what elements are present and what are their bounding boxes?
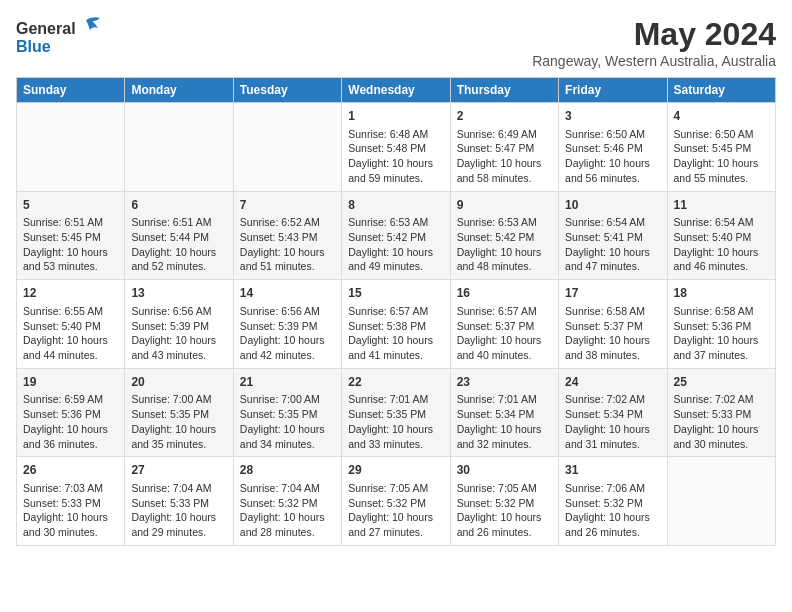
day-info: Sunset: 5:45 PM: [23, 230, 118, 245]
day-number: 7: [240, 197, 335, 214]
day-info: and 43 minutes.: [131, 348, 226, 363]
day-number: 2: [457, 108, 552, 125]
day-info: Sunrise: 6:50 AM: [674, 127, 769, 142]
day-number: 14: [240, 285, 335, 302]
day-info: Sunset: 5:40 PM: [674, 230, 769, 245]
day-cell: [17, 103, 125, 192]
day-info: and 58 minutes.: [457, 171, 552, 186]
day-info: Sunrise: 6:51 AM: [23, 215, 118, 230]
day-info: Daylight: 10 hours: [565, 422, 660, 437]
day-info: and 52 minutes.: [131, 259, 226, 274]
day-info: and 44 minutes.: [23, 348, 118, 363]
day-cell: 7Sunrise: 6:52 AMSunset: 5:43 PMDaylight…: [233, 191, 341, 280]
day-info: and 46 minutes.: [674, 259, 769, 274]
day-info: and 38 minutes.: [565, 348, 660, 363]
week-row-3: 19Sunrise: 6:59 AMSunset: 5:36 PMDayligh…: [17, 368, 776, 457]
day-number: 24: [565, 374, 660, 391]
header-tuesday: Tuesday: [233, 78, 341, 103]
day-info: Daylight: 10 hours: [674, 422, 769, 437]
day-number: 12: [23, 285, 118, 302]
logo-general: General: [16, 20, 76, 38]
header-thursday: Thursday: [450, 78, 558, 103]
day-number: 30: [457, 462, 552, 479]
day-info: Sunset: 5:46 PM: [565, 141, 660, 156]
day-info: Sunrise: 7:01 AM: [457, 392, 552, 407]
day-info: Daylight: 10 hours: [240, 333, 335, 348]
day-number: 13: [131, 285, 226, 302]
day-info: Daylight: 10 hours: [348, 156, 443, 171]
day-info: Sunset: 5:45 PM: [674, 141, 769, 156]
day-info: and 42 minutes.: [240, 348, 335, 363]
day-info: Daylight: 10 hours: [23, 333, 118, 348]
day-info: Daylight: 10 hours: [131, 245, 226, 260]
day-info: Sunrise: 7:05 AM: [348, 481, 443, 496]
day-cell: 12Sunrise: 6:55 AMSunset: 5:40 PMDayligh…: [17, 280, 125, 369]
day-info: Daylight: 10 hours: [674, 333, 769, 348]
day-number: 8: [348, 197, 443, 214]
logo: General Blue: [16, 16, 102, 56]
day-info: and 40 minutes.: [457, 348, 552, 363]
day-info: Sunset: 5:39 PM: [131, 319, 226, 334]
day-cell: [125, 103, 233, 192]
day-info: Daylight: 10 hours: [240, 422, 335, 437]
day-cell: 13Sunrise: 6:56 AMSunset: 5:39 PMDayligh…: [125, 280, 233, 369]
day-info: Sunset: 5:42 PM: [348, 230, 443, 245]
day-info: and 35 minutes.: [131, 437, 226, 452]
day-info: Sunrise: 7:06 AM: [565, 481, 660, 496]
day-number: 15: [348, 285, 443, 302]
day-number: 5: [23, 197, 118, 214]
day-info: Sunrise: 7:02 AM: [674, 392, 769, 407]
day-info: and 28 minutes.: [240, 525, 335, 540]
day-info: Daylight: 10 hours: [240, 245, 335, 260]
day-info: Sunrise: 7:03 AM: [23, 481, 118, 496]
day-info: Daylight: 10 hours: [457, 422, 552, 437]
day-info: Daylight: 10 hours: [348, 422, 443, 437]
day-number: 3: [565, 108, 660, 125]
calendar-table: SundayMondayTuesdayWednesdayThursdayFrid…: [16, 77, 776, 546]
day-info: Daylight: 10 hours: [674, 245, 769, 260]
day-info: Daylight: 10 hours: [131, 333, 226, 348]
day-info: Daylight: 10 hours: [457, 245, 552, 260]
day-info: Sunrise: 6:51 AM: [131, 215, 226, 230]
day-info: Daylight: 10 hours: [565, 333, 660, 348]
title-block: May 2024 Rangeway, Western Australia, Au…: [532, 16, 776, 69]
day-info: Sunrise: 7:04 AM: [240, 481, 335, 496]
day-info: and 47 minutes.: [565, 259, 660, 274]
day-info: and 30 minutes.: [23, 525, 118, 540]
day-info: Sunrise: 6:53 AM: [348, 215, 443, 230]
day-info: Daylight: 10 hours: [23, 422, 118, 437]
day-info: Sunset: 5:33 PM: [131, 496, 226, 511]
day-info: Sunset: 5:37 PM: [457, 319, 552, 334]
day-cell: 29Sunrise: 7:05 AMSunset: 5:32 PMDayligh…: [342, 457, 450, 546]
day-info: and 37 minutes.: [674, 348, 769, 363]
day-cell: 27Sunrise: 7:04 AMSunset: 5:33 PMDayligh…: [125, 457, 233, 546]
day-info: Sunrise: 6:56 AM: [131, 304, 226, 319]
day-info: and 59 minutes.: [348, 171, 443, 186]
day-cell: 17Sunrise: 6:58 AMSunset: 5:37 PMDayligh…: [559, 280, 667, 369]
day-cell: 8Sunrise: 6:53 AMSunset: 5:42 PMDaylight…: [342, 191, 450, 280]
subtitle: Rangeway, Western Australia, Australia: [532, 53, 776, 69]
day-info: Sunrise: 6:54 AM: [565, 215, 660, 230]
day-info: Sunset: 5:36 PM: [23, 407, 118, 422]
day-info: Sunset: 5:38 PM: [348, 319, 443, 334]
day-number: 6: [131, 197, 226, 214]
day-info: Daylight: 10 hours: [131, 510, 226, 525]
week-row-1: 5Sunrise: 6:51 AMSunset: 5:45 PMDaylight…: [17, 191, 776, 280]
day-info: Sunrise: 6:48 AM: [348, 127, 443, 142]
day-info: Daylight: 10 hours: [565, 510, 660, 525]
day-info: and 34 minutes.: [240, 437, 335, 452]
day-number: 27: [131, 462, 226, 479]
day-number: 25: [674, 374, 769, 391]
day-info: Sunset: 5:35 PM: [240, 407, 335, 422]
day-cell: 6Sunrise: 6:51 AMSunset: 5:44 PMDaylight…: [125, 191, 233, 280]
header-wednesday: Wednesday: [342, 78, 450, 103]
week-row-2: 12Sunrise: 6:55 AMSunset: 5:40 PMDayligh…: [17, 280, 776, 369]
day-info: Sunrise: 6:59 AM: [23, 392, 118, 407]
day-info: Sunset: 5:32 PM: [240, 496, 335, 511]
day-info: and 51 minutes.: [240, 259, 335, 274]
day-info: Sunrise: 6:52 AM: [240, 215, 335, 230]
day-cell: 14Sunrise: 6:56 AMSunset: 5:39 PMDayligh…: [233, 280, 341, 369]
day-info: Daylight: 10 hours: [457, 333, 552, 348]
day-info: and 30 minutes.: [674, 437, 769, 452]
day-info: Sunset: 5:32 PM: [348, 496, 443, 511]
